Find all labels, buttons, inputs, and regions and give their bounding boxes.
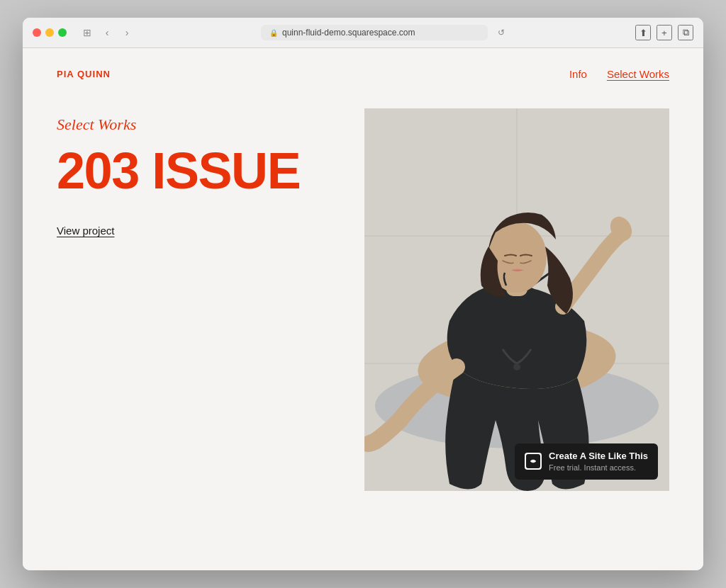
chevron-left-icon: ‹ (106, 27, 109, 38)
copy-icon: ⧉ (683, 27, 689, 38)
svg-rect-11 (364, 108, 669, 491)
content-left: Select Works 203 ISSUE View project (57, 108, 336, 542)
browser-chrome: ⊞ ‹ › 🔒 quinn-fluid-demo.squarespace.com… (23, 18, 703, 48)
banner-subtitle: Free trial. Instant access. (549, 463, 648, 473)
banner-text: Create A Site Like This Free trial. Inst… (549, 451, 648, 473)
nav-select-works[interactable]: Select Works (607, 68, 669, 80)
site-nav: Info Select Works (569, 68, 669, 80)
nav-info[interactable]: Info (569, 68, 587, 80)
chevron-right-icon: › (125, 27, 129, 38)
copy-tab-button[interactable]: ⧉ (678, 25, 693, 40)
squarespace-logo-icon (526, 454, 540, 468)
browser-window: ⊞ ‹ › 🔒 quinn-fluid-demo.squarespace.com… (23, 18, 703, 570)
view-project-link[interactable]: View project (57, 225, 336, 237)
share-button[interactable]: ⬆ (635, 25, 651, 40)
website-content: PIA QUINN Info Select Works Select Works… (23, 48, 703, 570)
close-button[interactable] (33, 28, 41, 37)
banner-title: Create A Site Like This (549, 451, 648, 463)
project-image: Create A Site Like This Free trial. Inst… (364, 108, 669, 491)
sidebar-toggle-button[interactable]: ⊞ (79, 25, 95, 40)
section-title: Select Works (57, 115, 336, 134)
url-text: quinn-fluid-demo.squarespace.com (282, 28, 415, 38)
project-title: 203 ISSUE (57, 145, 336, 196)
lock-icon: 🔒 (269, 29, 278, 37)
address-bar[interactable]: 🔒 quinn-fluid-demo.squarespace.com (261, 25, 488, 40)
reload-button[interactable]: ↺ (493, 25, 509, 40)
content-right: Create A Site Like This Free trial. Inst… (364, 108, 669, 542)
squarespace-banner[interactable]: Create A Site Like This Free trial. Inst… (515, 443, 658, 480)
share-icon: ⬆ (640, 28, 647, 38)
back-button[interactable]: ‹ (99, 25, 115, 40)
squarespace-logo (525, 453, 542, 470)
plus-icon: + (661, 28, 667, 38)
address-bar-container: 🔒 quinn-fluid-demo.squarespace.com ↺ (142, 25, 628, 40)
site-header: PIA QUINN Info Select Works (23, 48, 703, 94)
traffic-lights (33, 28, 67, 37)
minimize-button[interactable] (45, 28, 54, 37)
browser-controls: ⊞ ‹ › (79, 25, 135, 40)
site-main: Select Works 203 ISSUE View project (23, 94, 703, 570)
site-logo[interactable]: PIA QUINN (57, 69, 111, 79)
forward-button[interactable]: › (119, 25, 135, 40)
new-tab-button[interactable]: + (657, 25, 672, 40)
fashion-photo (364, 108, 669, 491)
fullscreen-button[interactable] (58, 28, 67, 37)
browser-actions: ⬆ + ⧉ (635, 25, 693, 40)
